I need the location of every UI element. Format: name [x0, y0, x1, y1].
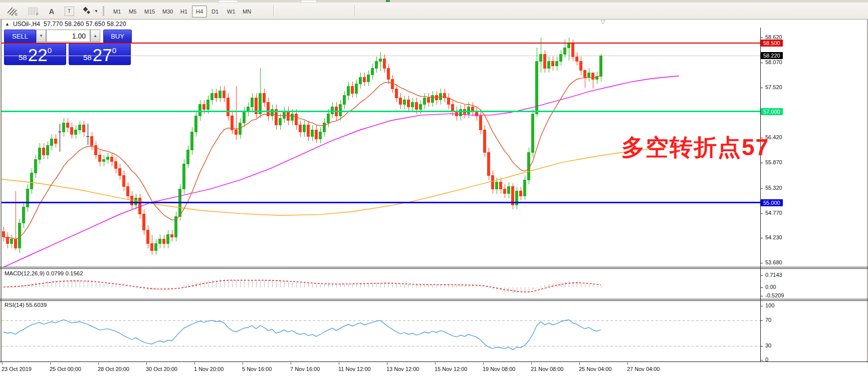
- arrows-dropdown-caret-icon[interactable]: ▾: [93, 5, 99, 17]
- axis-tick-mark: [760, 287, 763, 288]
- axis-label: 54.770: [765, 210, 782, 216]
- axis-label: 55.320: [765, 185, 782, 191]
- chart-shift-marker-icon[interactable]: ▽: [601, 19, 605, 25]
- time-tick-mark: [339, 362, 339, 364]
- arrows-icon[interactable]: [80, 5, 93, 17]
- timeframe-button-d1[interactable]: D1: [207, 6, 223, 18]
- axis-tick-mark: [760, 188, 763, 189]
- upper-toolbar-green-icon-fragment: [386, 0, 390, 2]
- axis-tick-mark: [760, 306, 763, 306]
- timeframe-button-m30[interactable]: M30: [158, 6, 177, 18]
- time-tick-mark: [194, 362, 195, 364]
- time-axis-label: 25 Oct 00:00: [50, 366, 81, 372]
- chart-symbol-period: USOil-,H4: [13, 21, 40, 28]
- price-level-badge: 58.220: [761, 52, 783, 59]
- time-axis-label: 25 Nov 04:00: [579, 366, 611, 372]
- axis-tick-mark: [760, 238, 763, 238]
- time-axis-label: 5 Nov 16:00: [242, 366, 272, 372]
- panel-separator: [0, 361, 868, 362]
- time-tick-mark: [291, 362, 291, 364]
- chart-toolbar: E F A T ▾ M1M5M15M30H1H4D1W1MN: [0, 3, 868, 20]
- time-axis-label: 30 Oct 20:00: [146, 366, 177, 372]
- axis-label: -0.5209: [765, 292, 784, 298]
- trading-terminal-window: E F A T ▾ M1M5M15M30H1H4D1W1MN: [0, 0, 868, 377]
- axis-label: 0: [765, 356, 768, 362]
- axis-label: 30: [765, 342, 771, 348]
- chart-title: ▲ USOil-,H4 57.770 58.260 57.650 58.220: [5, 21, 126, 28]
- toolbar-drag-handle[interactable]: [103, 7, 104, 16]
- macd-indicator-panel[interactable]: [2, 269, 760, 299]
- collapse-triangle-icon[interactable]: ▲: [5, 22, 10, 27]
- rsi-indicator-label: RSI(14) 55.6039: [5, 302, 47, 308]
- moving-average-slow: [2, 147, 667, 216]
- timeframe-button-mn[interactable]: MN: [239, 6, 255, 18]
- time-tick-mark: [483, 362, 484, 364]
- time-axis-label: 15 Nov 12:00: [435, 366, 467, 372]
- macd-indicator-label: MACD(12,26,9) 0.0799 0.1562: [5, 270, 83, 276]
- time-axis-label: 19 Nov 08:00: [483, 366, 515, 372]
- indicator-e-icon[interactable]: E: [4, 5, 21, 17]
- rsi-indicator-panel[interactable]: [2, 301, 760, 361]
- time-tick-mark: [579, 362, 580, 364]
- chart-text-annotation[interactable]: 多空转折点57: [621, 132, 769, 163]
- axis-tick-mark: [760, 346, 763, 346]
- svg-text:F: F: [36, 12, 39, 16]
- time-tick-mark: [146, 362, 147, 364]
- axis-tick-mark: [760, 88, 763, 88]
- axis-tick-mark: [760, 38, 763, 38]
- time-axis[interactable]: 23 Oct 201925 Oct 00:0028 Oct 20:0030 Oc…: [0, 362, 868, 377]
- timeframe-button-h4[interactable]: H4: [192, 6, 207, 18]
- axis-tick-mark: [760, 320, 763, 321]
- time-tick-mark: [387, 362, 387, 364]
- axis-label: 57.520: [765, 84, 782, 90]
- axis-label: 100: [765, 302, 774, 308]
- timeframe-button-w1[interactable]: W1: [223, 6, 240, 18]
- time-axis-label: 11 Nov 12:00: [338, 366, 371, 372]
- panel-separator[interactable]: [0, 299, 868, 299]
- axis-label: 0.7143: [765, 272, 782, 278]
- time-tick-mark: [243, 362, 243, 364]
- price-axis[interactable]: 58.62058.07057.52056.42055.87055.32054.7…: [760, 19, 868, 377]
- axis-tick-mark: [760, 263, 763, 263]
- timeframe-button-m15[interactable]: M15: [140, 6, 159, 18]
- price-level-badge: 58.500: [761, 40, 783, 47]
- text-label-icon[interactable]: A: [46, 5, 57, 17]
- axis-label: 0.00: [765, 284, 776, 290]
- macd-histogram: [4, 279, 601, 293]
- textbox-icon[interactable]: T: [63, 5, 75, 17]
- axis-label: 54.230: [765, 234, 782, 240]
- time-axis-label: 23 Oct 2019: [2, 366, 32, 372]
- axis-tick-mark: [760, 213, 763, 214]
- timeframe-button-m5[interactable]: M5: [125, 6, 140, 18]
- toolbar-separator: [273, 6, 274, 17]
- time-tick-mark: [2, 362, 3, 364]
- time-tick-mark: [531, 362, 532, 364]
- axis-tick-mark: [760, 360, 763, 360]
- svg-text:E: E: [15, 12, 18, 16]
- timeframe-button-h1[interactable]: H1: [176, 6, 191, 18]
- toolbar-separator: [354, 6, 355, 17]
- grid-f-icon[interactable]: F: [25, 5, 42, 17]
- time-axis-label: 28 Oct 20:00: [98, 366, 129, 372]
- axis-label: 70: [765, 317, 771, 323]
- time-axis-label: 13 Nov 12:00: [386, 366, 419, 372]
- time-axis-label: 27 Nov 04:00: [627, 366, 660, 372]
- time-tick-mark: [627, 362, 628, 364]
- rsi-line: [4, 320, 601, 350]
- time-tick-mark: [435, 362, 436, 364]
- time-tick-mark: [98, 362, 99, 364]
- axis-label: 53.680: [765, 259, 782, 265]
- time-axis-label: 1 Nov 20:00: [194, 366, 224, 372]
- axis-tick-mark: [760, 296, 763, 296]
- axis-tick-mark: [760, 63, 763, 63]
- axis-tick-mark: [760, 275, 763, 276]
- textbox-icon-letter: T: [65, 7, 74, 16]
- panel-separator[interactable]: [0, 267, 868, 267]
- macd-signal-line: [4, 280, 601, 292]
- time-axis-label: 21 Nov 08:00: [531, 366, 563, 372]
- time-tick-mark: [50, 362, 51, 364]
- panel-separator: [0, 268, 868, 269]
- price-level-badge: 57.000: [761, 108, 783, 115]
- timeframe-button-m1[interactable]: M1: [109, 6, 125, 18]
- chart-ohlc-values: 57.770 58.260 57.650 58.220: [44, 21, 126, 28]
